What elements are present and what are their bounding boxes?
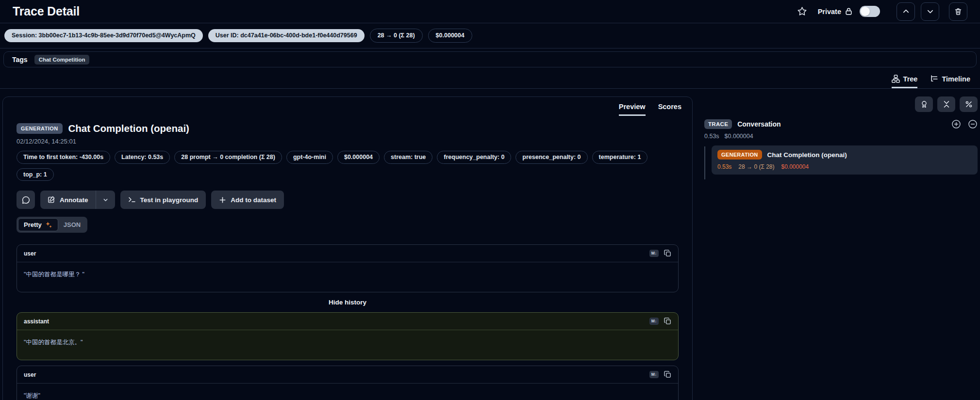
tab-timeline-label: Timeline — [942, 75, 970, 83]
public-toggle[interactable] — [860, 6, 880, 17]
star-icon — [797, 6, 807, 16]
trace-meta-row: Session: 3bb00ec7-1b13-4c9b-85ee-3d9d70f… — [0, 23, 980, 48]
sparkles-icon — [45, 221, 52, 228]
hide-history-button[interactable]: Hide history — [17, 299, 679, 306]
copy-icon[interactable] — [664, 250, 671, 257]
token-usage-badge: 28 → 0 (Σ 28) — [370, 29, 423, 43]
observation-timestamp: 02/12/2024, 14:25:01 — [17, 138, 679, 145]
tree-children: GENERATION Chat Completion (openai) 0.53… — [704, 145, 978, 175]
message-content: "中国的首都是北京。" — [17, 330, 678, 360]
attr-badge: Latency: 0.53s — [115, 151, 170, 164]
copy-icon[interactable] — [664, 371, 671, 378]
pretty-toggle-option[interactable]: Pretty — [18, 218, 58, 231]
observation-attribute-badges: Time to first token: -430.00s Latency: 0… — [3, 145, 692, 181]
tab-preview[interactable]: Preview — [619, 103, 646, 116]
attr-badge: stream: true — [384, 151, 432, 164]
message-card-user: user M↓ "中国的首都是哪里？ " — [17, 244, 679, 292]
trace-title: Conversation — [737, 120, 781, 128]
observation-panel: Preview Scores GENERATION Chat Completio… — [2, 96, 693, 400]
chevron-down-icon — [927, 8, 934, 15]
node-cost: $0.000004 — [781, 163, 809, 170]
tab-timeline[interactable]: Timeline — [930, 75, 970, 88]
dataset-label: Add to dataset — [231, 196, 276, 204]
attr-badge: presence_penalty: 0 — [515, 151, 587, 164]
page-header: Trace Detail Private — [0, 0, 980, 23]
trace-stats: 0.53s $0.000004 — [704, 133, 978, 140]
tag-chat-competition[interactable]: Chat Competition — [34, 55, 90, 64]
node-latency: 0.53s — [717, 163, 731, 170]
message-role: assistant — [24, 318, 49, 325]
markdown-toggle-icon[interactable]: M↓ — [649, 371, 659, 378]
observation-title: Chat Completion (openai) — [68, 123, 189, 134]
annotate-button[interactable]: Annotate — [40, 191, 96, 209]
session-badge[interactable]: Session: 3bb00ec7-1b13-4c9b-85ee-3d9d70f… — [4, 29, 203, 42]
copy-icon[interactable] — [664, 318, 671, 325]
header-actions: Private — [797, 2, 967, 21]
tab-tree-label: Tree — [903, 75, 918, 83]
generation-type-badge: GENERATION — [717, 150, 762, 160]
add-to-dataset-button[interactable]: Add to dataset — [211, 191, 284, 209]
tab-scores[interactable]: Scores — [658, 103, 681, 116]
test-in-playground-button[interactable]: Test in playground — [120, 191, 206, 209]
message-content: "中国的首都是哪里？ " — [17, 262, 678, 292]
privacy-label-group: Private — [818, 7, 853, 16]
attr-badge: frequency_penalty: 0 — [437, 151, 511, 164]
toggle-knob — [861, 7, 870, 16]
trace-latency: 0.53s — [704, 133, 719, 140]
message-role: user — [24, 250, 36, 257]
observation-header: GENERATION Chat Completion (openai) 02/1… — [3, 116, 692, 145]
trace-root-row[interactable]: TRACE Conversation — [704, 119, 978, 129]
attr-badge: temperature: 1 — [592, 151, 648, 164]
delete-trace-button[interactable] — [949, 2, 967, 21]
terminal-icon — [128, 196, 136, 204]
previous-trace-button[interactable] — [897, 2, 915, 21]
json-toggle-option[interactable]: JSON — [58, 219, 86, 231]
tags-label: Tags — [12, 56, 28, 64]
message-role: user — [24, 371, 36, 378]
message-card-assistant: assistant M↓ "中国的首都是北京。" — [17, 312, 679, 360]
attr-badge: gpt-4o-mini — [286, 151, 333, 164]
chevron-up-icon — [902, 8, 910, 15]
collapse-all-button[interactable] — [937, 96, 955, 112]
tab-tree[interactable]: Tree — [892, 75, 918, 88]
message-card-user: user M↓ "谢谢" — [17, 366, 679, 400]
tree-guide-line — [704, 146, 705, 179]
tags-section: Tags Chat Competition — [0, 48, 980, 67]
bookmark-star-button[interactable] — [797, 6, 807, 16]
pretty-label: Pretty — [24, 221, 42, 228]
playground-label: Test in playground — [140, 196, 199, 204]
observation-type-badge: GENERATION — [17, 123, 63, 134]
plus-icon — [219, 196, 226, 204]
trash-icon — [954, 8, 962, 16]
page-title: Trace Detail — [13, 4, 80, 18]
trace-detail-page: Trace Detail Private — [0, 0, 980, 400]
tree-icon — [892, 75, 900, 83]
next-trace-button[interactable] — [921, 2, 939, 21]
minus-circle-icon[interactable] — [968, 119, 978, 129]
view-tabs: Tree Timeline — [0, 67, 980, 89]
total-cost-badge: $0.000004 — [428, 29, 472, 43]
award-icon — [920, 100, 928, 108]
toggle-metrics-button[interactable] — [960, 96, 978, 112]
comments-button[interactable] — [17, 191, 35, 209]
lock-icon — [845, 7, 853, 16]
annotate-dropdown-button[interactable] — [96, 191, 115, 209]
generation-node[interactable]: GENERATION Chat Completion (openai) 0.53… — [712, 145, 978, 175]
markdown-toggle-icon[interactable]: M↓ — [649, 318, 659, 324]
annotate-label: Annotate — [60, 196, 88, 204]
format-toggle: Pretty JSON — [17, 217, 87, 233]
main-content: Preview Scores GENERATION Chat Completio… — [0, 89, 980, 400]
markdown-toggle-icon[interactable]: M↓ — [649, 250, 659, 256]
toggle-scores-button[interactable] — [915, 96, 933, 112]
messages-list: user M↓ "中国的首都是哪里？ " Hide history — [3, 233, 692, 400]
attr-badge: 28 prompt → 0 completion (Σ 28) — [174, 151, 282, 164]
plus-circle-icon[interactable] — [951, 119, 961, 129]
tree-toolbar — [704, 96, 978, 112]
user-id-badge[interactable]: User ID: dc47a41e-06bc-400d-bde1-f0e440d… — [208, 29, 365, 42]
chevron-down-icon — [102, 197, 109, 203]
message-content: "谢谢" — [17, 384, 678, 400]
observation-actions: Annotate Test in playground — [3, 181, 692, 209]
tags-container: Tags Chat Competition — [3, 51, 977, 67]
comment-icon — [22, 196, 30, 204]
percent-icon — [965, 100, 973, 108]
